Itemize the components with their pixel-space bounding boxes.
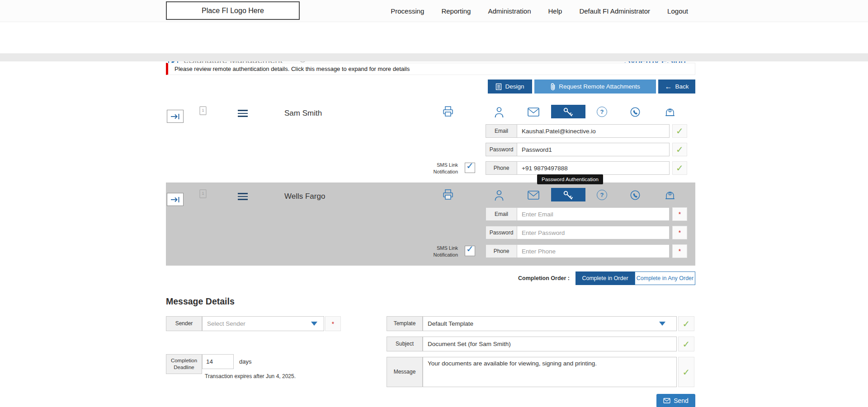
message-details-heading: Message Details <box>166 296 235 307</box>
sender-label: Sender <box>166 316 202 331</box>
email-input[interactable] <box>517 207 670 221</box>
key-icon <box>562 107 574 117</box>
check-icon: ✓ <box>676 163 684 173</box>
template-dropdown[interactable]: Default Template <box>423 316 677 331</box>
nav-user-menu[interactable]: Default FI Administrator <box>579 7 650 15</box>
phone-label: Phone <box>486 244 517 258</box>
main-nav: Processing Reporting Administration Help… <box>391 0 688 22</box>
phone-input[interactable] <box>517 244 670 258</box>
back-label: Back <box>675 83 689 90</box>
subject-label: Subject <box>387 337 423 351</box>
email-auth-icon[interactable] <box>528 108 539 117</box>
svg-text:1: 1 <box>202 108 204 112</box>
request-remote-attachments-label: Request Remote Attachments <box>559 83 640 90</box>
chevron-down-icon <box>659 322 665 326</box>
recipient-details-icon[interactable] <box>494 106 505 118</box>
call-auth-icon[interactable] <box>630 190 641 201</box>
email-required-cell: * <box>672 207 687 221</box>
print-icon[interactable] <box>442 188 454 201</box>
required-asterisk: * <box>332 320 334 327</box>
password-label: Password <box>486 143 517 156</box>
signer-assign-button[interactable] <box>167 110 184 123</box>
page-header: eSignature Management i Synergy eSign™ <box>0 22 868 53</box>
message-valid-cell: ✓ <box>678 357 694 387</box>
template-value: Default Template <box>428 320 473 327</box>
sign-arrow-icon <box>170 112 181 121</box>
email-auth-icon[interactable] <box>528 191 539 200</box>
subject-valid-cell: ✓ <box>678 337 694 351</box>
header-divider-band <box>0 53 868 61</box>
email-valid-cell: ✓ <box>672 124 687 138</box>
phone-valid-cell: ✓ <box>672 161 687 175</box>
design-button[interactable]: Design <box>488 80 532 94</box>
request-remote-attachments-button[interactable]: Request Remote Attachments <box>534 80 656 94</box>
completion-deadline-input[interactable] <box>202 354 234 369</box>
completion-order-label: Completion Order : <box>479 275 570 281</box>
nav-logout[interactable]: Logout <box>667 7 688 15</box>
check-icon: ✓ <box>676 144 684 155</box>
security-question-auth-icon[interactable]: ? <box>597 190 607 200</box>
phone-input[interactable] <box>517 161 670 175</box>
remote-auth-alert[interactable]: Please review remote authentication deta… <box>166 63 695 75</box>
message-label: Message <box>387 357 423 387</box>
required-asterisk: * <box>679 229 681 236</box>
drag-handle-icon[interactable] <box>238 110 248 119</box>
complete-in-any-order-button[interactable]: Complete in Any Order <box>635 271 695 285</box>
nav-processing[interactable]: Processing <box>391 7 424 15</box>
document-count-icon: 1 <box>198 106 208 117</box>
email-label: Email <box>486 207 517 221</box>
back-button[interactable]: ← Back <box>658 80 695 94</box>
in-person-auth-icon[interactable] <box>665 106 675 117</box>
fi-logo-placeholder[interactable]: Place FI Logo Here <box>166 1 300 20</box>
alert-text: Please review remote authentication deta… <box>175 65 410 72</box>
back-arrow-icon: ← <box>665 83 672 91</box>
sender-dropdown[interactable]: Select Sender <box>202 316 324 331</box>
required-asterisk: * <box>679 211 681 218</box>
design-doc-icon <box>495 83 502 90</box>
recipient-row-wells-fargo: 1 Wells Fargo ? Email <box>166 182 695 266</box>
password-input[interactable] <box>517 226 670 239</box>
password-required-cell: * <box>672 226 687 239</box>
check-icon: ✓ <box>676 126 684 136</box>
check-icon: ✓ <box>683 318 690 329</box>
security-question-auth-icon[interactable]: ? <box>597 107 607 117</box>
required-asterisk: * <box>679 248 681 255</box>
signer-assign-button[interactable] <box>167 193 184 206</box>
esign-page: Place FI Logo Here Processing Reporting … <box>0 0 868 407</box>
sign-arrow-icon <box>170 196 181 204</box>
recipient-details-icon[interactable] <box>494 189 505 201</box>
call-auth-icon[interactable] <box>630 107 641 117</box>
password-input[interactable] <box>517 143 670 156</box>
print-icon[interactable] <box>442 105 454 117</box>
send-envelope-icon <box>663 398 670 403</box>
check-icon: ✓ <box>683 367 690 378</box>
template-label: Template <box>387 316 423 331</box>
password-auth-button-selected[interactable] <box>551 188 585 201</box>
password-valid-cell: ✓ <box>672 143 687 156</box>
send-label: Send <box>674 397 689 404</box>
top-bar: Place FI Logo Here Processing Reporting … <box>0 0 868 22</box>
phone-required-cell: * <box>672 244 687 258</box>
nav-reporting[interactable]: Reporting <box>441 7 471 15</box>
email-label: Email <box>486 124 517 138</box>
drag-handle-icon[interactable] <box>238 193 248 202</box>
paperclip-icon <box>550 83 556 91</box>
message-textarea[interactable]: Your documents are available for viewing… <box>423 357 677 387</box>
password-auth-button-selected[interactable] <box>551 105 585 118</box>
nav-help[interactable]: Help <box>548 7 562 15</box>
chevron-down-icon <box>311 322 317 326</box>
complete-in-order-button[interactable]: Complete in Order <box>576 271 635 285</box>
recipient-name: Sam Smith <box>284 109 322 118</box>
nav-administration[interactable]: Administration <box>488 7 531 15</box>
subject-input[interactable] <box>423 337 677 351</box>
key-icon <box>562 190 574 200</box>
completion-deadline-label: Completion Deadline <box>166 354 202 374</box>
design-label: Design <box>505 83 524 90</box>
in-person-auth-icon[interactable] <box>665 189 675 201</box>
phone-label: Phone <box>486 161 517 175</box>
password-label: Password <box>486 226 517 239</box>
email-input[interactable] <box>517 124 670 138</box>
check-icon: ✓ <box>683 339 690 350</box>
send-button[interactable]: Send <box>656 394 695 407</box>
document-count-icon: 1 <box>198 189 208 201</box>
